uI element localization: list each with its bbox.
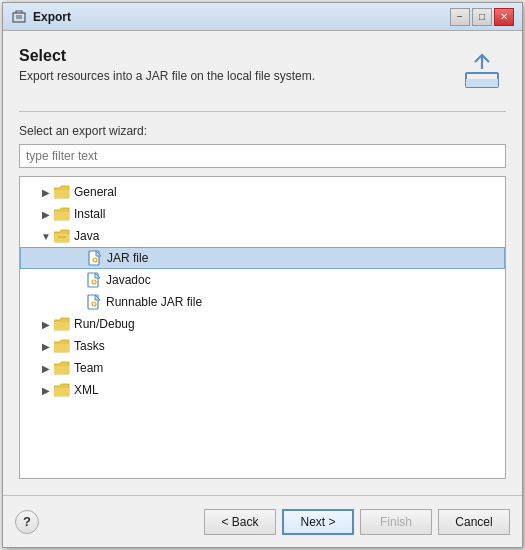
window-icon bbox=[11, 9, 27, 25]
label-javadoc: Javadoc bbox=[106, 273, 151, 287]
close-button[interactable]: ✕ bbox=[494, 8, 514, 26]
tree-item-run-debug[interactable]: ▶ Run/Debug bbox=[20, 313, 505, 335]
label-java: Java bbox=[74, 229, 99, 243]
toggle-xml[interactable]: ▶ bbox=[40, 384, 52, 396]
export-window: Export − □ ✕ Select Export resources int… bbox=[2, 2, 523, 548]
tree-item-javadoc[interactable]: ▶ Javadoc bbox=[20, 269, 505, 291]
folder-icon-tasks bbox=[54, 338, 70, 354]
title-bar: Export − □ ✕ bbox=[3, 3, 522, 31]
header-section: Select Export resources into a JAR file … bbox=[19, 47, 506, 95]
header-text: Select Export resources into a JAR file … bbox=[19, 47, 458, 83]
header-divider bbox=[19, 111, 506, 112]
minimize-button[interactable]: − bbox=[450, 8, 470, 26]
file-icon-jar bbox=[87, 250, 103, 266]
label-runnable-jar: Runnable JAR file bbox=[106, 295, 202, 309]
tree-item-team[interactable]: ▶ Team bbox=[20, 357, 505, 379]
toggle-java[interactable]: ▼ bbox=[40, 230, 52, 242]
tree-item-install[interactable]: ▶ Install bbox=[20, 203, 505, 225]
tree-item-jar-file[interactable]: ▶ JAR file bbox=[20, 247, 505, 269]
footer: ? < Back Next > Finish Cancel bbox=[3, 495, 522, 547]
toggle-general[interactable]: ▶ bbox=[40, 186, 52, 198]
footer-left: ? bbox=[15, 510, 39, 534]
filter-label: Select an export wizard: bbox=[19, 124, 506, 138]
file-icon-runnable bbox=[86, 294, 102, 310]
toggle-tasks[interactable]: ▶ bbox=[40, 340, 52, 352]
tree-item-java[interactable]: ▼ Java bbox=[20, 225, 505, 247]
tree-item-general[interactable]: ▶ General bbox=[20, 181, 505, 203]
main-content: Select Export resources into a JAR file … bbox=[3, 31, 522, 495]
window-title: Export bbox=[33, 10, 450, 24]
filter-input[interactable] bbox=[19, 144, 506, 168]
svg-rect-4 bbox=[466, 79, 498, 87]
label-general: General bbox=[74, 185, 117, 199]
file-icon-javadoc bbox=[86, 272, 102, 288]
tree-item-tasks[interactable]: ▶ Tasks bbox=[20, 335, 505, 357]
finish-button[interactable]: Finish bbox=[360, 509, 432, 535]
folder-icon-install bbox=[54, 206, 70, 222]
label-run-debug: Run/Debug bbox=[74, 317, 135, 331]
tree-container[interactable]: ▶ General ▶ Install bbox=[19, 176, 506, 479]
cancel-button[interactable]: Cancel bbox=[438, 509, 510, 535]
export-icon bbox=[458, 47, 506, 95]
maximize-button[interactable]: □ bbox=[472, 8, 492, 26]
title-bar-buttons: − □ ✕ bbox=[450, 8, 514, 26]
back-button[interactable]: < Back bbox=[204, 509, 276, 535]
toggle-run-debug[interactable]: ▶ bbox=[40, 318, 52, 330]
page-description: Export resources into a JAR file on the … bbox=[19, 69, 458, 83]
help-button[interactable]: ? bbox=[15, 510, 39, 534]
folder-icon-xml bbox=[54, 382, 70, 398]
folder-icon-general bbox=[54, 184, 70, 200]
footer-right: < Back Next > Finish Cancel bbox=[39, 509, 510, 535]
toggle-team[interactable]: ▶ bbox=[40, 362, 52, 374]
folder-icon-team bbox=[54, 360, 70, 376]
label-jar-file: JAR file bbox=[107, 251, 148, 265]
toggle-install[interactable]: ▶ bbox=[40, 208, 52, 220]
next-button[interactable]: Next > bbox=[282, 509, 354, 535]
label-tasks: Tasks bbox=[74, 339, 105, 353]
folder-icon-run-debug bbox=[54, 316, 70, 332]
label-team: Team bbox=[74, 361, 103, 375]
tree-item-xml[interactable]: ▶ XML bbox=[20, 379, 505, 401]
page-title: Select bbox=[19, 47, 458, 65]
folder-icon-java-open bbox=[54, 228, 70, 244]
label-install: Install bbox=[74, 207, 105, 221]
label-xml: XML bbox=[74, 383, 99, 397]
tree-item-runnable-jar[interactable]: ▶ Runnable JAR file bbox=[20, 291, 505, 313]
